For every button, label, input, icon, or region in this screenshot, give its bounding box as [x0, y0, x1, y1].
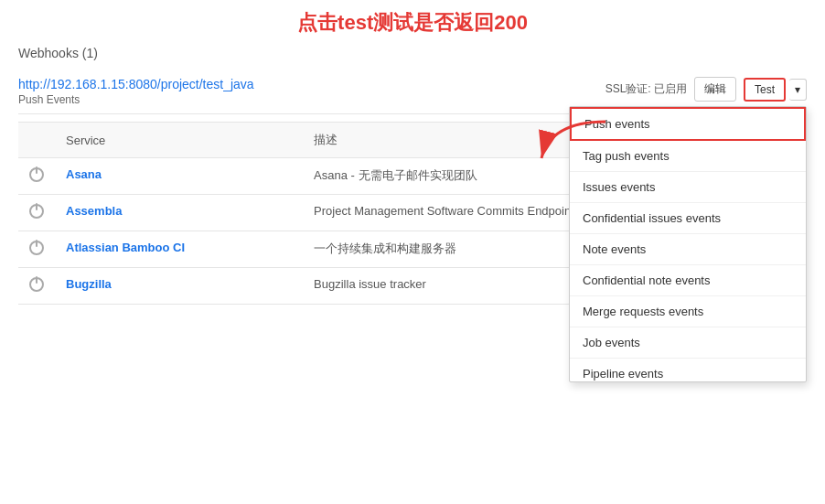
- webhooks-header: Webhooks (1): [18, 42, 807, 60]
- power-icon[interactable]: [29, 241, 44, 255]
- webhook-actions: SSL验证: 已启用 编辑 Test ▾ Push eventsTag push…: [605, 77, 807, 102]
- service-name-cell: Atlassian Bamboo CI: [55, 231, 303, 268]
- dropdown-item-4[interactable]: Note events: [570, 234, 806, 265]
- service-name-cell: Bugzilla: [55, 268, 303, 305]
- power-icon-cell[interactable]: [18, 195, 55, 231]
- edit-button[interactable]: 编辑: [694, 77, 736, 102]
- webhook-url-section: http://192.168.1.15:8080/project/test_ja…: [18, 77, 605, 106]
- service-name-link[interactable]: Bugzilla: [66, 277, 292, 291]
- dropdown-item-7[interactable]: Job events: [570, 327, 806, 359]
- service-name-link[interactable]: Asana: [66, 167, 292, 181]
- dropdown-arrow-button[interactable]: ▾: [789, 79, 807, 101]
- main-content: Webhooks (1) http://192.168.1.15:8080/pr…: [0, 42, 825, 305]
- power-icon[interactable]: [29, 204, 44, 219]
- power-icon-cell[interactable]: [18, 268, 55, 305]
- top-annotation: 点击test测试是否返回200: [0, 0, 825, 42]
- service-name-cell: Assembla: [55, 195, 303, 231]
- webhook-item: http://192.168.1.15:8080/project/test_ja…: [18, 70, 807, 114]
- power-icon-cell[interactable]: [18, 158, 55, 195]
- service-name-cell: Asana: [55, 158, 303, 195]
- dropdown-item-0[interactable]: Push events: [570, 107, 806, 141]
- test-dropdown-menu: Push eventsTag push eventsIssues eventsC…: [569, 106, 807, 382]
- webhook-trigger: Push Events: [18, 93, 80, 106]
- col-service: Service: [55, 123, 303, 158]
- dropdown-scroll[interactable]: Push eventsTag push eventsIssues eventsC…: [570, 107, 806, 381]
- dropdown-item-1[interactable]: Tag push events: [570, 141, 806, 172]
- dropdown-item-3[interactable]: Confidential issues events: [570, 203, 806, 234]
- power-icon[interactable]: [29, 277, 44, 292]
- service-name-link[interactable]: Atlassian Bamboo CI: [66, 241, 292, 254]
- service-name-link[interactable]: Assembla: [66, 204, 292, 218]
- power-icon[interactable]: [29, 167, 44, 182]
- ssl-badge: SSL验证: 已启用: [605, 81, 687, 97]
- webhook-url[interactable]: http://192.168.1.15:8080/project/test_ja…: [18, 77, 605, 91]
- dropdown-item-2[interactable]: Issues events: [570, 172, 806, 203]
- col-icon: [18, 123, 55, 158]
- dropdown-item-5[interactable]: Confidential note events: [570, 265, 806, 296]
- power-icon-cell[interactable]: [18, 231, 55, 268]
- test-button[interactable]: Test: [744, 78, 786, 102]
- dropdown-item-6[interactable]: Merge requests events: [570, 296, 806, 327]
- page-container: 点击test测试是否返回200 Webhooks (1) http://192.…: [0, 0, 825, 504]
- dropdown-item-8[interactable]: Pipeline events: [570, 359, 806, 381]
